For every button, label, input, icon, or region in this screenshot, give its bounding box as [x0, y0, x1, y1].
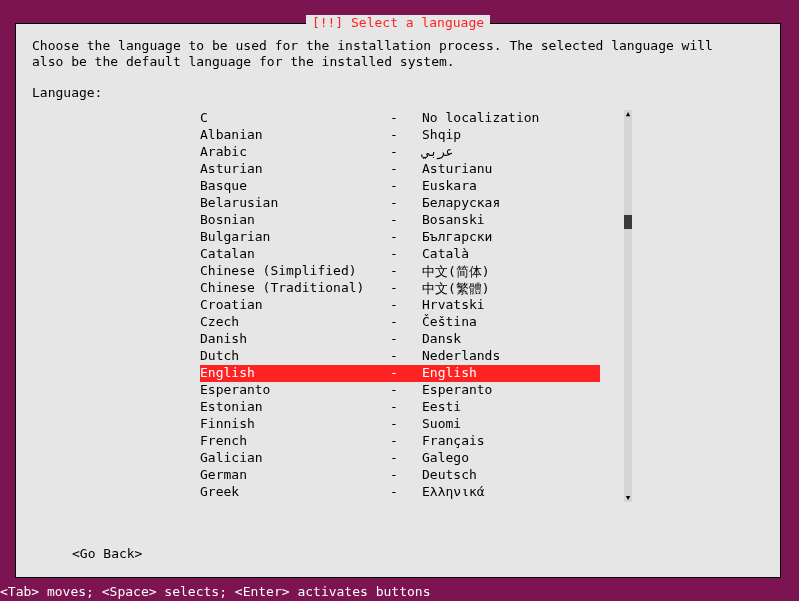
separator: - [390, 314, 422, 331]
list-item[interactable]: German- Deutsch [200, 467, 600, 484]
language-native: Bosanski [422, 212, 600, 229]
language-name: Catalan [200, 246, 390, 263]
list-item[interactable]: C- No localization [200, 110, 600, 127]
go-back-button[interactable]: <Go Back> [72, 546, 142, 561]
list-item[interactable]: Basque- Euskara [200, 178, 600, 195]
list-item[interactable]: French- Français [200, 433, 600, 450]
separator: - [390, 110, 422, 127]
separator: - [390, 297, 422, 314]
list-item[interactable]: English- English [200, 365, 600, 382]
separator: - [390, 467, 422, 484]
instruction-text: Choose the language to be used for the i… [32, 38, 764, 71]
language-name: Esperanto [200, 382, 390, 399]
list-item[interactable]: Asturian- Asturianu [200, 161, 600, 178]
language-prompt: Language: [32, 85, 764, 100]
list-item[interactable]: Esperanto- Esperanto [200, 382, 600, 399]
list-item[interactable]: Chinese (Simplified)- 中文(简体) [200, 263, 600, 280]
list-item[interactable]: Bulgarian- Български [200, 229, 600, 246]
language-native: Français [422, 433, 600, 450]
separator: - [390, 484, 422, 501]
scroll-up-icon[interactable]: ▴ [624, 108, 632, 120]
scrollbar[interactable]: ▴ ▾ [624, 110, 632, 502]
language-name: Chinese (Simplified) [200, 263, 390, 280]
scroll-thumb[interactable] [624, 215, 632, 229]
separator: - [390, 331, 422, 348]
language-name: Finnish [200, 416, 390, 433]
language-native: English [422, 365, 600, 382]
dialog-title: [!!] Select a language [306, 15, 490, 30]
list-item[interactable]: Catalan- Català [200, 246, 600, 263]
language-name: Dutch [200, 348, 390, 365]
language-name: Galician [200, 450, 390, 467]
separator: - [390, 450, 422, 467]
language-native: Hrvatski [422, 297, 600, 314]
scroll-down-icon[interactable]: ▾ [624, 492, 632, 504]
language-native: 中文(繁體) [422, 280, 600, 297]
language-name: Albanian [200, 127, 390, 144]
language-native: Català [422, 246, 600, 263]
language-native: Беларуская [422, 195, 600, 212]
separator: - [390, 382, 422, 399]
list-item[interactable]: Galician- Galego [200, 450, 600, 467]
language-name: Chinese (Traditional) [200, 280, 390, 297]
separator: - [390, 127, 422, 144]
language-native: Deutsch [422, 467, 600, 484]
language-native: Čeština [422, 314, 600, 331]
list-item[interactable]: Czech- Čeština [200, 314, 600, 331]
separator: - [390, 212, 422, 229]
separator: - [390, 178, 422, 195]
language-name: Croatian [200, 297, 390, 314]
language-name: Belarusian [200, 195, 390, 212]
language-native: Galego [422, 450, 600, 467]
language-dialog: [!!] Select a language Choose the langua… [15, 23, 781, 578]
separator: - [390, 161, 422, 178]
language-native: Nederlands [422, 348, 600, 365]
separator: - [390, 195, 422, 212]
separator: - [390, 246, 422, 263]
list-item[interactable]: Albanian- Shqip [200, 127, 600, 144]
language-name: Arabic [200, 144, 390, 161]
list-item[interactable]: Bosnian- Bosanski [200, 212, 600, 229]
language-name: French [200, 433, 390, 450]
list-item[interactable]: Belarusian- Беларуская [200, 195, 600, 212]
separator: - [390, 365, 422, 382]
language-name: German [200, 467, 390, 484]
list-item[interactable]: Chinese (Traditional)- 中文(繁體) [200, 280, 600, 297]
footer-hint: <Tab> moves; <Space> selects; <Enter> ac… [0, 584, 430, 599]
separator: - [390, 399, 422, 416]
language-native: Български [422, 229, 600, 246]
language-name: Greek [200, 484, 390, 501]
separator: - [390, 144, 422, 161]
language-native: Dansk [422, 331, 600, 348]
list-item[interactable]: Greek- Ελληνικά [200, 484, 600, 501]
separator: - [390, 433, 422, 450]
list-item[interactable]: Croatian- Hrvatski [200, 297, 600, 314]
language-name: Bulgarian [200, 229, 390, 246]
language-native: Asturianu [422, 161, 600, 178]
language-native: 中文(简体) [422, 263, 600, 280]
language-name: Estonian [200, 399, 390, 416]
list-item[interactable]: Dutch- Nederlands [200, 348, 600, 365]
separator: - [390, 280, 422, 297]
list-item[interactable]: Arabic- عربي [200, 144, 600, 161]
language-name: Danish [200, 331, 390, 348]
language-list[interactable]: C- No localizationAlbanian- ShqipArabic-… [200, 110, 600, 501]
separator: - [390, 229, 422, 246]
list-item[interactable]: Estonian- Eesti [200, 399, 600, 416]
list-item[interactable]: Danish- Dansk [200, 331, 600, 348]
language-native: Suomi [422, 416, 600, 433]
language-native: Ελληνικά [422, 484, 600, 501]
language-name: C [200, 110, 390, 127]
language-native: Euskara [422, 178, 600, 195]
language-name: Czech [200, 314, 390, 331]
separator: - [390, 263, 422, 280]
dialog-body: Choose the language to be used for the i… [16, 24, 780, 501]
language-native: Shqip [422, 127, 600, 144]
language-name: Bosnian [200, 212, 390, 229]
separator: - [390, 416, 422, 433]
language-native: No localization [422, 110, 600, 127]
language-name: English [200, 365, 390, 382]
language-name: Asturian [200, 161, 390, 178]
language-name: Basque [200, 178, 390, 195]
list-item[interactable]: Finnish- Suomi [200, 416, 600, 433]
